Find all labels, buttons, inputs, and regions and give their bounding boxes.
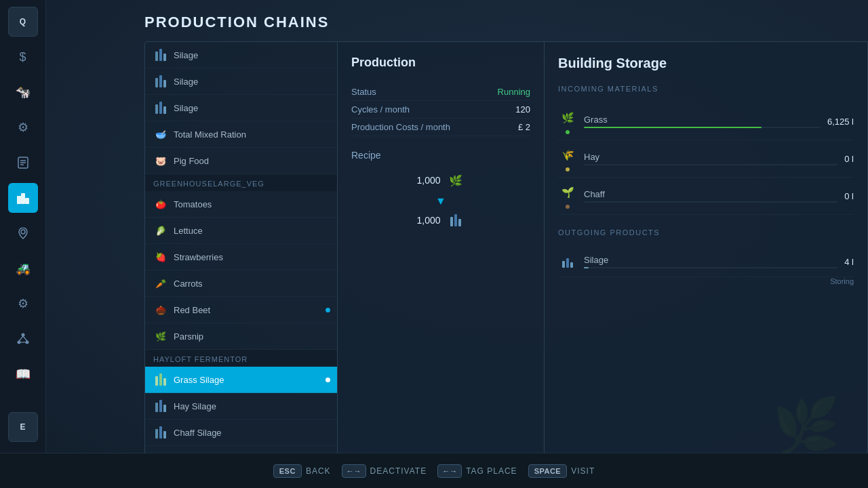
- sidebar-livestock-icon[interactable]: 🐄: [8, 77, 38, 107]
- svg-point-7: [21, 230, 25, 234]
- item-label: Total Mixed Ration: [174, 129, 246, 140]
- list-item-haysilage[interactable]: Hay Silage: [145, 393, 337, 420]
- item-label: Hay Silage: [174, 401, 216, 411]
- hay-icon: 🌾: [558, 146, 577, 165]
- silage-recipe-icon: [446, 211, 465, 230]
- section-header-veg: GREENHOUSELARGE_VEG: [145, 174, 337, 191]
- chaff-status-dot: [566, 205, 570, 209]
- page-title: PRODUCTION CHAINS: [46, 14, 868, 41]
- costs-label: Production Costs / month: [351, 122, 450, 132]
- hay-value: 0 l: [844, 154, 854, 164]
- silage-product-icon: [558, 252, 577, 271]
- status-value: Running: [498, 87, 530, 97]
- sidebar-network-icon[interactable]: [8, 324, 38, 354]
- parsnip-icon: 🌿: [153, 329, 168, 344]
- item-label: Strawberries: [174, 252, 223, 262]
- item-label: Red Beet: [174, 305, 210, 315]
- list-item-parsnip[interactable]: 🌿 Parsnip: [145, 323, 337, 350]
- list-item-strawberries[interactable]: 🍓 Strawberries: [145, 244, 337, 270]
- storage-item-hay: 🌾 Hay 0 l: [558, 140, 854, 178]
- esc-key-cap: ESC: [273, 464, 302, 478]
- sidebar-q-key[interactable]: Q: [8, 7, 38, 37]
- recipe-input-amount: 1,000: [416, 175, 440, 186]
- list-item[interactable]: Silage: [145, 68, 337, 95]
- list-item[interactable]: Silage: [145, 95, 337, 121]
- sidebar-tractor-icon[interactable]: 🚜: [8, 253, 38, 283]
- deactivate-button[interactable]: ←→ DEACTIVATE: [342, 464, 427, 478]
- sidebar-settings-icon[interactable]: ⚙: [8, 113, 38, 142]
- active-dot: [326, 378, 330, 382]
- silage-icon: [153, 47, 168, 62]
- cycles-row: Cycles / month 120: [351, 101, 530, 119]
- list-item[interactable]: Silage: [145, 42, 337, 68]
- svg-line-11: [19, 336, 23, 341]
- sidebar-production-icon[interactable]: [8, 183, 38, 213]
- list-item-tmr[interactable]: 🥣 Total Mixed Ration: [145, 121, 337, 148]
- bottom-bar: ESC BACK ←→ DEACTIVATE ←→ TAG PLACE SPAC…: [0, 453, 868, 488]
- item-label: Chaff Silage: [174, 428, 222, 438]
- space-key-cap: SPACE: [528, 464, 568, 478]
- sidebar-book-icon[interactable]: 📖: [8, 359, 38, 389]
- recipe-section: Recipe 1,000 🌿 ▼ 1,000: [351, 150, 530, 230]
- tagplace-button[interactable]: ←→ TAG PLACE: [437, 464, 517, 478]
- sidebar-map-icon[interactable]: [8, 218, 38, 248]
- chevron-down-icon: ▼: [435, 195, 446, 207]
- item-label: Silage: [174, 50, 198, 60]
- visit-button[interactable]: SPACE VISIT: [528, 464, 595, 478]
- list-panel[interactable]: Silage Silage Sila: [144, 41, 338, 488]
- outgoing-section: OUTGOING PRODUCTS: [558, 228, 854, 289]
- back-button[interactable]: ESC BACK: [273, 464, 331, 478]
- list-item-lettuce[interactable]: 🥬 Lettuce: [145, 218, 337, 244]
- status-label: Status: [351, 87, 376, 97]
- costs-row: Production Costs / month £ 2: [351, 119, 530, 136]
- page-area: PRODUCTION CHAINS Silage: [46, 0, 868, 488]
- list-item-tomatoes[interactable]: 🍅 Tomatoes: [145, 191, 337, 218]
- tmr-icon: 🥣: [153, 127, 168, 142]
- svg-rect-5: [21, 193, 25, 204]
- silage-icon: [153, 74, 168, 89]
- hay-status-dot: [566, 167, 570, 171]
- production-panel: Production Status Running Cycles / month…: [338, 41, 545, 488]
- item-label: Parsnip: [174, 331, 203, 342]
- sidebar: Q $ 🐄 ⚙ 🚜 ⚙: [0, 0, 46, 488]
- recipe-output: 1,000: [351, 211, 530, 230]
- sidebar-dollar-icon[interactable]: $: [8, 42, 38, 72]
- recipe-title: Recipe: [351, 150, 530, 161]
- recipe-input: 1,000 🌿: [351, 171, 530, 190]
- grass-recipe-icon: 🌿: [446, 171, 465, 190]
- tagplace-label: TAG PLACE: [466, 466, 517, 476]
- cycles-value: 120: [515, 104, 530, 115]
- deactivate-label: DEACTIVATE: [370, 466, 427, 476]
- carrot-icon: 🥕: [153, 276, 168, 291]
- item-label: Grass Silage: [174, 375, 224, 385]
- hay-name: Hay: [584, 152, 837, 162]
- storage-panel-title: Building Storage: [558, 56, 854, 71]
- list-item-redbeet[interactable]: 🌰 Red Beet: [145, 297, 337, 323]
- list-item-grasssilage[interactable]: Grass Silage: [145, 367, 337, 393]
- silage-storing-status: Storing: [558, 277, 854, 289]
- silage-outgoing-name: Silage: [584, 255, 837, 265]
- panels-row: Silage Silage Sila: [46, 41, 868, 488]
- sidebar-clipboard-icon[interactable]: [8, 148, 38, 178]
- visit-label: VISIT: [571, 466, 595, 476]
- recipe-output-amount: 1,000: [416, 215, 440, 226]
- list-item-carrots[interactable]: 🥕 Carrots: [145, 270, 337, 297]
- item-label: Silage: [174, 77, 198, 87]
- active-dot: [326, 308, 330, 312]
- haysilage-icon: [153, 399, 168, 413]
- storage-item-silage: Silage 4 l: [558, 247, 854, 277]
- item-label: Carrots: [174, 279, 203, 289]
- chaff-name: Chaff: [584, 189, 837, 199]
- item-label: Tomatoes: [174, 199, 212, 209]
- item-label: Lettuce: [174, 226, 203, 236]
- costs-value: £ 2: [518, 122, 530, 132]
- tomato-icon: 🍅: [153, 197, 168, 211]
- deactivate-key-cap: ←→: [342, 464, 366, 478]
- list-item-pigfood[interactable]: 🐷 Pig Food: [145, 148, 337, 174]
- tagplace-key-cap: ←→: [437, 464, 462, 478]
- list-item-chaffsilage[interactable]: Chaff Silage: [145, 420, 337, 446]
- svg-rect-4: [17, 196, 21, 204]
- sidebar-e-key[interactable]: E: [8, 412, 38, 442]
- grass-value: 6,125 l: [827, 117, 854, 127]
- sidebar-gear2-icon[interactable]: ⚙: [8, 289, 38, 319]
